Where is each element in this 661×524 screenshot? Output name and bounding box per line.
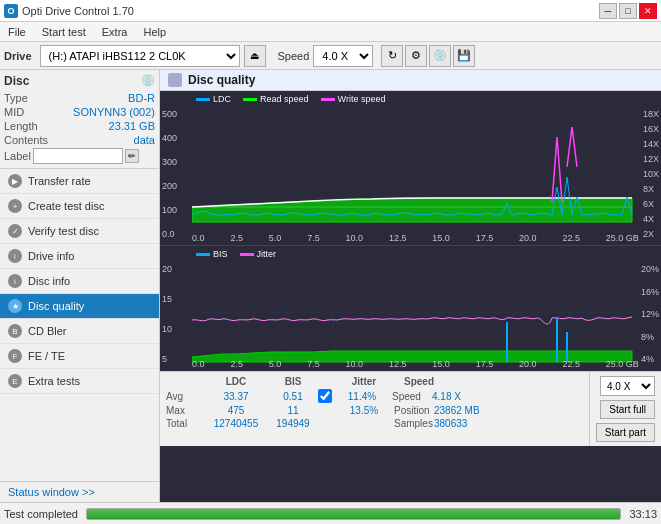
disc-mid-row: MID SONYNN3 (002) bbox=[4, 106, 155, 118]
stats-max-ldc: 475 bbox=[204, 405, 268, 416]
progress-bar-fill bbox=[87, 509, 620, 519]
menu-extra[interactable]: Extra bbox=[98, 25, 132, 39]
title-bar-controls: ─ □ ✕ bbox=[599, 3, 657, 19]
jitter-color bbox=[240, 253, 254, 256]
stats-col-ldc: LDC bbox=[204, 376, 268, 387]
bot-chart-y-labels-left: 20 15 10 5 bbox=[162, 264, 172, 364]
menu-help[interactable]: Help bbox=[139, 25, 170, 39]
disc-length-key: Length bbox=[4, 120, 38, 132]
eject-button[interactable]: ⏏ bbox=[244, 45, 266, 67]
sidebar-item-extra-tests[interactable]: E Extra tests bbox=[0, 369, 159, 394]
stats-avg-bis: 0.51 bbox=[268, 391, 318, 402]
disc-section-label: Disc bbox=[4, 74, 29, 88]
maximize-button[interactable]: □ bbox=[619, 3, 637, 19]
bot-chart-y-labels-right: 20% 16% 12% 8% 4% bbox=[641, 264, 659, 364]
disc-label-edit-button[interactable]: ✏ bbox=[125, 149, 139, 163]
app-title: Opti Drive Control 1.70 bbox=[22, 5, 134, 17]
close-button[interactable]: ✕ bbox=[639, 3, 657, 19]
sidebar-item-label: Transfer rate bbox=[28, 175, 91, 187]
config-icon-button[interactable]: ⚙ bbox=[405, 45, 427, 67]
stats-header-row: LDC BIS Jitter Speed bbox=[166, 376, 583, 387]
disc-label-input[interactable] bbox=[33, 148, 123, 164]
disc-mid-key: MID bbox=[4, 106, 24, 118]
disc-type-val: BD-R bbox=[128, 92, 155, 104]
stats-avg-speed: 4.18 X bbox=[432, 391, 482, 402]
disc-length-val: 23.31 GB bbox=[109, 120, 155, 132]
stats-max-bis: 11 bbox=[268, 405, 318, 416]
speed-select[interactable]: 4.0 X bbox=[313, 45, 373, 67]
sidebar-item-disc-quality[interactable]: ★ Disc quality bbox=[0, 294, 159, 319]
disc-icon: 💿 bbox=[141, 74, 155, 88]
stats-max-label: Max bbox=[166, 405, 204, 416]
drive-info-icon: i bbox=[8, 249, 22, 263]
status-bar: Test completed 33:13 bbox=[0, 502, 661, 524]
stats-avg-ldc: 33.37 bbox=[204, 391, 268, 402]
content-area: Disc quality LDC Read speed bbox=[160, 70, 661, 502]
stats-col-jitter: Jitter bbox=[334, 376, 394, 387]
bot-chart-legend: BIS Jitter bbox=[160, 246, 661, 259]
bot-chart-x-labels: 0.0 2.5 5.0 7.5 10.0 12.5 15.0 17.5 20.0… bbox=[192, 359, 639, 369]
minimize-button[interactable]: ─ bbox=[599, 3, 617, 19]
disc-icon-button[interactable]: 💿 bbox=[429, 45, 451, 67]
sidebar-item-verify-test-disc[interactable]: ✓ Verify test disc bbox=[0, 219, 159, 244]
sidebar-item-transfer-rate[interactable]: ▶ Transfer rate bbox=[0, 169, 159, 194]
menu-start-test[interactable]: Start test bbox=[38, 25, 90, 39]
stats-avg-label: Avg bbox=[166, 391, 204, 402]
sidebar-item-fe-te[interactable]: F FE / TE bbox=[0, 344, 159, 369]
menu-file[interactable]: File bbox=[4, 25, 30, 39]
disc-quality-header-icon bbox=[168, 73, 182, 87]
sidebar-item-label: Verify test disc bbox=[28, 225, 99, 237]
sidebar-item-create-test-disc[interactable]: + Create test disc bbox=[0, 194, 159, 219]
chart-area: LDC Read speed Write speed bbox=[160, 91, 661, 502]
start-full-button[interactable]: Start full bbox=[600, 400, 655, 419]
status-window-button[interactable]: Status window >> bbox=[0, 481, 159, 502]
stats-max-jitter: 13.5% bbox=[334, 405, 394, 416]
drive-select[interactable]: (H:) ATAPI iHBS112 2 CL0K bbox=[40, 45, 240, 67]
speed-select-action[interactable]: 4.0 X bbox=[600, 376, 655, 396]
status-text: Test completed bbox=[4, 508, 78, 520]
start-part-button[interactable]: Start part bbox=[596, 423, 655, 442]
bot-chart-svg bbox=[192, 262, 661, 370]
stats-total-bis: 194949 bbox=[268, 418, 318, 429]
toolbar-icons: ↻ ⚙ 💿 💾 bbox=[381, 45, 475, 67]
top-chart-legend: LDC Read speed Write speed bbox=[160, 91, 661, 104]
app-icon: O bbox=[4, 4, 18, 18]
sidebar-item-label: Extra tests bbox=[28, 375, 80, 387]
verify-test-disc-icon: ✓ bbox=[8, 224, 22, 238]
sidebar-item-label: Create test disc bbox=[28, 200, 104, 212]
top-chart: LDC Read speed Write speed bbox=[160, 91, 661, 246]
ldc-color bbox=[196, 98, 210, 101]
save-icon-button[interactable]: 💾 bbox=[453, 45, 475, 67]
create-test-disc-icon: + bbox=[8, 199, 22, 213]
disc-quality-icon: ★ bbox=[8, 299, 22, 313]
refresh-icon-button[interactable]: ↻ bbox=[381, 45, 403, 67]
disc-type-row: Type BD-R bbox=[4, 92, 155, 104]
legend-jitter: Jitter bbox=[240, 249, 277, 259]
stats-table: LDC BIS Jitter Speed Avg 33.37 0.51 11.4… bbox=[160, 372, 589, 446]
sidebar-item-disc-info[interactable]: i Disc info bbox=[0, 269, 159, 294]
stats-total-ldc: 12740455 bbox=[204, 418, 268, 429]
stats-total-samples: 380633 bbox=[434, 418, 494, 429]
title-bar-left: O Opti Drive Control 1.70 bbox=[4, 4, 134, 18]
fe-te-icon: F bbox=[8, 349, 22, 363]
disc-mid-val: SONYNN3 (002) bbox=[73, 106, 155, 118]
sidebar-item-cd-bler[interactable]: B CD Bler bbox=[0, 319, 159, 344]
read-speed-color bbox=[243, 98, 257, 101]
top-chart-svg bbox=[192, 107, 661, 242]
disc-panel: Disc 💿 Type BD-R MID SONYNN3 (002) Lengt… bbox=[0, 70, 159, 169]
drive-label: Drive bbox=[4, 50, 32, 62]
top-chart-x-labels: 0.0 2.5 5.0 7.5 10.0 12.5 15.0 17.5 20.0… bbox=[192, 233, 639, 243]
main-layout: Disc 💿 Type BD-R MID SONYNN3 (002) Lengt… bbox=[0, 70, 661, 502]
sidebar-item-drive-info[interactable]: i Drive info bbox=[0, 244, 159, 269]
action-buttons-panel: 4.0 X Start full Start part bbox=[589, 372, 661, 446]
disc-contents-key: Contents bbox=[4, 134, 48, 146]
disc-type-key: Type bbox=[4, 92, 28, 104]
jitter-checkbox[interactable] bbox=[318, 389, 332, 403]
legend-ldc: LDC bbox=[196, 94, 231, 104]
stats-position-label: Position bbox=[394, 405, 434, 416]
progress-bar-container bbox=[86, 508, 621, 520]
status-time: 33:13 bbox=[629, 508, 657, 520]
legend-read-speed: Read speed bbox=[243, 94, 309, 104]
drive-toolbar: Drive (H:) ATAPI iHBS112 2 CL0K ⏏ Speed … bbox=[0, 42, 661, 70]
stats-col-bis: BIS bbox=[268, 376, 318, 387]
